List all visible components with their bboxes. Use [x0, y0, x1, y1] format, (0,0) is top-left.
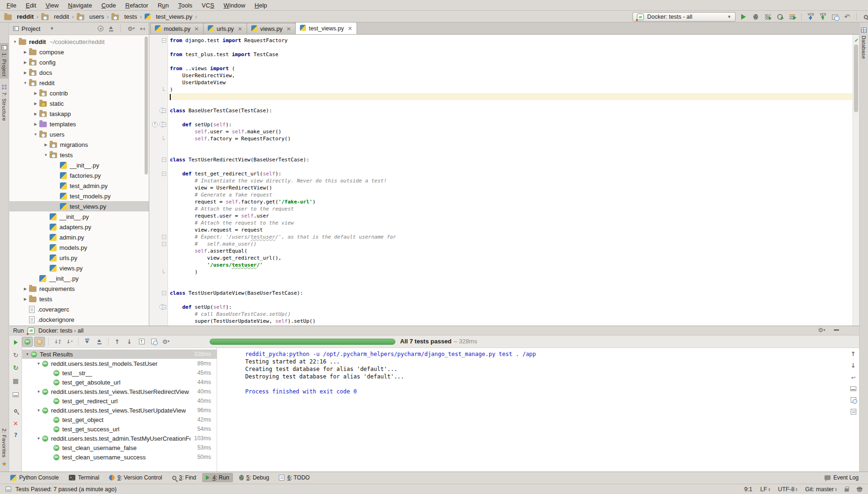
- rerun-tests-button[interactable]: [12, 338, 20, 346]
- project-view-selector[interactable]: Project ▼: [13, 25, 54, 32]
- collapse-arrow-icon[interactable]: ▼: [35, 436, 42, 441]
- tree-item-migrations[interactable]: ▶migrations: [9, 139, 149, 150]
- fold-marker-icon[interactable]: −: [162, 305, 166, 309]
- fold-end-marker-icon[interactable]: [163, 87, 165, 91]
- close-tab-icon[interactable]: ✕: [238, 26, 242, 32]
- fold-marker-icon[interactable]: −: [162, 123, 166, 127]
- menu-item-edit[interactable]: Edit: [21, 0, 41, 10]
- toolbar-button-run[interactable]: [739, 13, 748, 22]
- hide-panel-icon[interactable]: [834, 329, 839, 331]
- stripe-button-7-structure[interactable]: 7: Structure: [0, 82, 8, 124]
- gear-icon[interactable]: ⚙▾: [127, 26, 135, 32]
- fold-marker-icon[interactable]: −: [162, 172, 166, 176]
- tree-item-coveragerc[interactable]: .coveragerc: [9, 304, 149, 314]
- tree-item-init-py[interactable]: __init__.py: [9, 273, 149, 283]
- collapse-arrow-icon[interactable]: ▼: [35, 390, 42, 394]
- code-editor[interactable]: from django.test import RequestFactoryfr…: [168, 35, 853, 326]
- expand-arrow-icon[interactable]: ▶: [22, 287, 29, 291]
- menu-item-help[interactable]: Help: [250, 0, 272, 10]
- fold-marker-icon[interactable]: −: [162, 109, 166, 113]
- collapse-arrow-icon[interactable]: ▼: [24, 352, 31, 356]
- run-configuration-selector[interactable]: di Docker: tests - all ▼: [633, 12, 736, 22]
- next-failed-test-button[interactable]: ↓: [124, 337, 135, 347]
- show-passed-button[interactable]: OK: [22, 337, 33, 347]
- previous-failed-test-button[interactable]: ↑: [112, 337, 123, 347]
- clear-console-button[interactable]: [851, 409, 856, 416]
- project-scrollbar[interactable]: [145, 36, 148, 174]
- toolwindow-button-9-version-control[interactable]: 9: Version Control: [105, 473, 166, 482]
- tree-item-users[interactable]: ▼users: [9, 129, 149, 139]
- test-node-test-get-success-url[interactable]: OKtest_get_success_url54ms: [22, 424, 217, 434]
- scroll-to-bottom-button[interactable]: ↓: [851, 362, 856, 369]
- toolwindow-button-6-todo[interactable]: 6: TODO: [275, 473, 314, 482]
- tree-item-contrib[interactable]: ▶contrib: [9, 88, 149, 98]
- hide-panel-icon[interactable]: ↤: [140, 26, 145, 32]
- overriding-marker-icon[interactable]: ↑: [152, 122, 158, 127]
- tree-item-views-py[interactable]: views.py: [9, 263, 149, 273]
- status-encoding[interactable]: UTF-8▴▾: [778, 486, 797, 493]
- editor-scrollbar[interactable]: ✓: [853, 35, 859, 326]
- tree-item-models-py[interactable]: models.py: [9, 242, 149, 253]
- toolbar-button-coverage[interactable]: [763, 13, 772, 22]
- tree-item-reddit[interactable]: ▼reddit~/cookiecutter/reddit: [9, 36, 149, 47]
- toolbar-button-vcs-commit[interactable]: [818, 13, 827, 22]
- tree-item-factories-py[interactable]: factories.py: [9, 170, 149, 181]
- print-console-button[interactable]: [851, 397, 856, 404]
- menu-item-vcs[interactable]: VCS: [197, 0, 219, 10]
- tree-item-init-py[interactable]: __init__.py: [9, 160, 149, 170]
- toolwindow-button-4-run[interactable]: 4: Run: [202, 473, 233, 482]
- test-node-test-clean-username-success[interactable]: OKtest_clean_username_success50ms: [22, 452, 217, 462]
- settings-gear-button[interactable]: ⚙▾: [160, 337, 171, 347]
- show-ignored-button[interactable]: [34, 337, 45, 347]
- menu-item-file[interactable]: File: [2, 0, 21, 10]
- toolbar-button-run-log[interactable]: [788, 13, 796, 22]
- tree-item-compose[interactable]: ▶compose: [9, 47, 149, 57]
- close-panel-button[interactable]: ✕: [12, 420, 20, 428]
- fold-marker-icon[interactable]: −: [162, 235, 166, 239]
- sort-by-duration-button[interactable]: ↓≡: [64, 337, 75, 347]
- collapse-arrow-icon[interactable]: ▼: [35, 408, 42, 413]
- status-caret-position[interactable]: 9:1: [744, 486, 752, 493]
- toolwindow-button-python-console[interactable]: Python Console: [7, 473, 63, 482]
- import-test-results-button[interactable]: ↑: [136, 337, 147, 347]
- tree-item-test-models-py[interactable]: test_models.py: [9, 191, 149, 201]
- collapse-arrow-icon[interactable]: ▼: [22, 81, 29, 85]
- scroll-to-top-button[interactable]: ↑: [851, 350, 856, 357]
- scrollbar-thumb[interactable]: [854, 44, 858, 112]
- expand-arrow-icon[interactable]: ▶: [32, 122, 39, 126]
- menu-item-window[interactable]: Window: [219, 0, 250, 10]
- fold-end-marker-icon[interactable]: [163, 136, 165, 140]
- tree-item-requirements[interactable]: ▶requirements: [9, 283, 149, 294]
- test-node-test-clean-username-false[interactable]: OKtest_clean_username_false53ms: [22, 443, 217, 452]
- fold-marker-icon[interactable]: −: [162, 158, 166, 162]
- fold-marker-icon[interactable]: −: [162, 38, 166, 43]
- tree-item-tests[interactable]: ▼tests: [9, 150, 149, 160]
- toolwindow-button-5-debug[interactable]: 5: Debug: [235, 473, 273, 482]
- tree-item-static[interactable]: ▶static: [9, 98, 149, 109]
- menu-item-run[interactable]: Run: [153, 0, 174, 10]
- rerun-failed-tests-button[interactable]: ↻: [12, 363, 20, 371]
- menu-item-tools[interactable]: Tools: [174, 0, 197, 10]
- expand-arrow-icon[interactable]: ▶: [22, 297, 29, 301]
- tree-item-test-admin-py[interactable]: test_admin.py: [9, 181, 149, 191]
- collapse-arrow-icon[interactable]: ▼: [42, 153, 50, 157]
- tree-item-dockerignore[interactable]: .dockerignore: [9, 314, 149, 325]
- test-node-reddit-users-tests-test-views-testuserupdateview[interactable]: ▼OKreddit.users.tests.test_views.TestUse…: [22, 406, 217, 415]
- menu-item-view[interactable]: View: [41, 0, 63, 10]
- toggle-auto-test-button[interactable]: ↻: [12, 351, 20, 359]
- lock-icon[interactable]: [845, 488, 849, 492]
- gear-icon[interactable]: ⚙▾: [818, 327, 825, 333]
- stripe-button-database[interactable]: Database: [860, 25, 868, 61]
- collapse-arrow-icon[interactable]: ▼: [35, 362, 42, 366]
- breadcrumb-item-reddit[interactable]: reddit: [4, 13, 34, 20]
- collapse-all-button[interactable]: [94, 337, 105, 347]
- expand-arrow-icon[interactable]: ▶: [22, 71, 29, 75]
- toolwindow-button-3-find[interactable]: 3: Find: [168, 473, 200, 482]
- fold-marker-icon[interactable]: −: [162, 242, 166, 246]
- expand-arrow-icon[interactable]: ▶: [32, 112, 39, 116]
- expand-arrow-icon[interactable]: ▶: [32, 91, 39, 95]
- tree-item-taskapp[interactable]: ▶taskapp: [9, 109, 149, 119]
- toolbar-button-profiler[interactable]: [775, 13, 784, 22]
- inspections-ok-icon[interactable]: ✓: [854, 37, 859, 44]
- breadcrumb-item-users[interactable]: users: [76, 13, 105, 20]
